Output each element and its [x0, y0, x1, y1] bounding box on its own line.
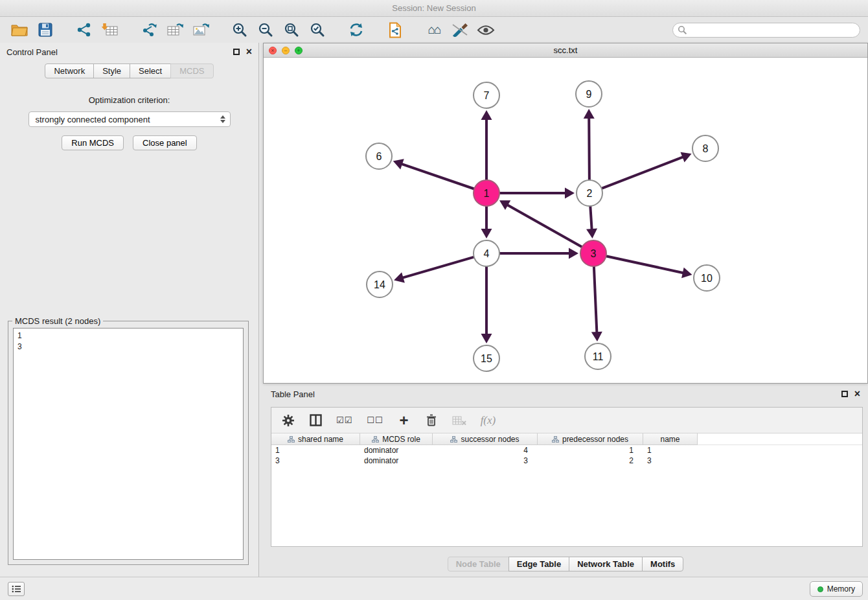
graph-node-2[interactable]: 2 [577, 180, 602, 206]
graph-node-9[interactable]: 9 [576, 81, 602, 107]
float-panel-button[interactable] [233, 49, 240, 55]
export-image-icon [192, 22, 209, 38]
cell-name[interactable]: 1 [643, 445, 698, 456]
close-window-button[interactable]: × [269, 47, 277, 54]
cell-mcds-role[interactable]: dominator [360, 445, 433, 456]
graph-edge-3-1[interactable] [508, 205, 582, 248]
zoom-out-icon [258, 22, 273, 38]
minimize-window-button[interactable]: − [282, 47, 290, 54]
function-builder-button[interactable]: f(x) [481, 414, 496, 427]
graph-node-11[interactable]: 11 [585, 343, 611, 369]
close-panel-button[interactable]: Close panel [133, 135, 197, 150]
zoom-selected-button[interactable] [306, 19, 329, 40]
delete-row-button[interactable] [425, 414, 438, 426]
graph-edge-2-8[interactable] [602, 157, 683, 189]
table-area: ☑☑ ☐☐ + [271, 407, 863, 547]
tab-node-table[interactable]: Node Table [448, 557, 509, 571]
float-table-panel-button[interactable] [841, 391, 848, 397]
column-header-successor-nodes[interactable]: successor nodes [433, 433, 538, 445]
graph-node-15[interactable]: 15 [474, 345, 499, 371]
graph-node-label: 9 [586, 89, 592, 100]
zoom-in-button[interactable] [228, 19, 251, 40]
column-label: successor nodes [461, 435, 519, 444]
tab-edge-table[interactable]: Edge Table [508, 557, 569, 571]
tab-style[interactable]: Style [93, 63, 130, 78]
tab-motifs[interactable]: Motifs [642, 557, 683, 571]
cell-predecessor-nodes[interactable]: 2 [538, 456, 643, 466]
export-network-button[interactable] [137, 19, 161, 40]
tab-mcds[interactable]: MCDS [170, 63, 213, 78]
run-mcds-button[interactable]: Run MCDS [62, 135, 124, 150]
apply-layout-button[interactable] [345, 19, 368, 40]
table-settings-button[interactable] [282, 414, 295, 427]
column-header-predecessor-nodes[interactable]: predecessor nodes [538, 433, 643, 445]
add-row-button[interactable]: + [398, 414, 411, 427]
criterion-dropdown[interactable]: strongly connected component [29, 111, 231, 127]
graph-node-3[interactable]: 3 [580, 240, 606, 266]
graph-edge-2-3[interactable] [590, 206, 591, 229]
graph-node-7[interactable]: 7 [474, 82, 499, 108]
zoom-fit-button[interactable] [280, 19, 303, 40]
zoom-selected-icon [310, 22, 325, 38]
graph-node-8[interactable]: 8 [692, 135, 718, 161]
paint-button[interactable] [448, 19, 472, 40]
graph-edge-1-6[interactable] [402, 164, 474, 189]
network-canvas[interactable]: 7968124314101511 [264, 58, 867, 383]
tab-network[interactable]: Network [45, 63, 94, 78]
export-table-button[interactable] [163, 19, 187, 40]
import-table-button[interactable] [98, 19, 122, 40]
graph-node-6[interactable]: 6 [366, 143, 392, 169]
close-panel-icon-button[interactable]: × [246, 49, 252, 55]
cell-shared-name[interactable]: 3 [271, 456, 360, 466]
import-network-button[interactable] [73, 19, 96, 40]
show-hide-button[interactable] [474, 19, 497, 40]
cell-shared-name[interactable]: 1 [271, 445, 360, 456]
zoom-out-button[interactable] [254, 19, 277, 40]
graph-node-10[interactable]: 10 [694, 265, 720, 291]
plus-icon: + [400, 414, 409, 427]
table-row[interactable]: 1 dominator 4 1 1 [271, 445, 862, 456]
search-input[interactable] [672, 23, 860, 38]
export-image-button[interactable] [189, 19, 212, 40]
search-box [672, 23, 860, 38]
memory-button[interactable]: Memory [810, 581, 863, 597]
graph-node-label: 15 [481, 353, 492, 364]
save-session-button[interactable] [34, 19, 57, 40]
graph-edge-3-11[interactable] [594, 266, 597, 332]
delete-table-button[interactable] [452, 415, 466, 426]
graph-node-14[interactable]: 14 [367, 271, 393, 297]
cell-mcds-role[interactable]: dominator [360, 456, 433, 466]
close-table-panel-button[interactable]: × [854, 391, 860, 397]
cell-name[interactable]: 3 [643, 456, 698, 466]
graph-edge-4-14[interactable] [403, 257, 474, 278]
refresh-icon [348, 23, 364, 37]
graph-node-label: 8 [703, 143, 709, 154]
cell-successor-nodes[interactable]: 3 [433, 456, 538, 466]
graph-node-4[interactable]: 4 [474, 240, 499, 266]
cell-successor-nodes[interactable]: 4 [433, 445, 538, 456]
graph-edge-arrow [481, 334, 492, 343]
open-session-button[interactable] [8, 19, 31, 40]
cell-predecessor-nodes[interactable]: 1 [538, 445, 643, 456]
maximize-window-button[interactable]: + [295, 47, 303, 54]
column-header-shared-name[interactable]: shared name [271, 433, 360, 445]
import-network-icon [76, 22, 93, 38]
tab-select[interactable]: Select [130, 63, 171, 78]
eye-icon [477, 25, 495, 36]
graph-edge-3-10[interactable] [606, 256, 683, 273]
export-document-button[interactable] [383, 19, 407, 40]
show-columns-button[interactable] [309, 414, 322, 426]
select-all-button[interactable]: ☑☑ [336, 415, 352, 425]
window-title: Session: New Session [392, 3, 475, 13]
task-history-button[interactable] [8, 582, 25, 596]
column-header-name[interactable]: name [643, 433, 698, 445]
tab-network-table[interactable]: Network Table [569, 557, 643, 571]
graph-node-1[interactable]: 1 [474, 180, 499, 206]
column-header-mcds-role[interactable]: MCDS role [360, 433, 433, 445]
table-row[interactable]: 3 dominator 3 2 3 [271, 456, 862, 466]
mcds-result-list[interactable]: 1 3 [13, 328, 244, 560]
neighbors-button[interactable]: ⌂⌂ [422, 19, 446, 40]
graph-edge-2-9[interactable] [589, 119, 589, 180]
deselect-all-button[interactable]: ☐☐ [367, 415, 383, 425]
network-window-titlebar[interactable]: × − + scc.txt [264, 43, 867, 58]
